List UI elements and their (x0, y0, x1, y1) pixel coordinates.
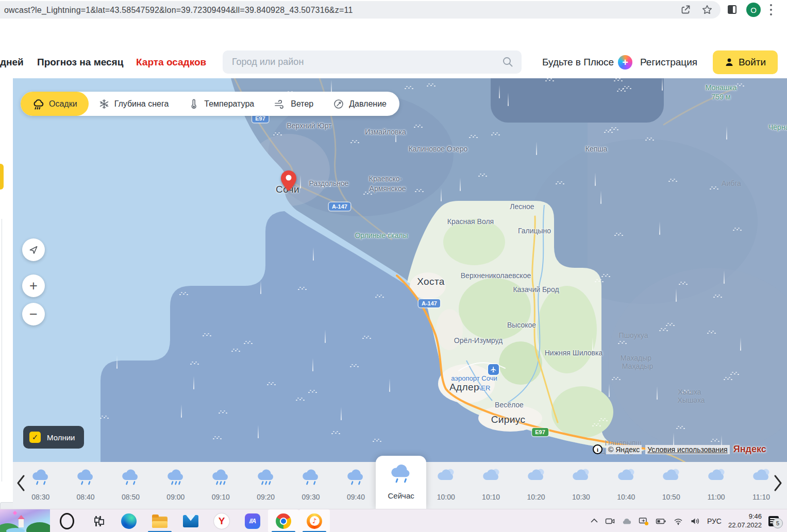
plus-promo-link[interactable]: Будьте в Плюсе (542, 57, 614, 68)
wind-icon (274, 98, 286, 110)
forecast-weather-icon (300, 466, 322, 487)
volume-icon[interactable] (690, 517, 700, 526)
timeline-item[interactable]: 09:20 (243, 462, 288, 509)
map-place-label: Орёл-Изумруд (454, 336, 503, 345)
forecast-weather-icon (75, 466, 96, 487)
notification-center-icon[interactable]: 5 (768, 516, 779, 526)
profile-avatar[interactable]: O (746, 3, 761, 17)
layer-temperature[interactable]: Температура (178, 92, 264, 116)
zoom-in-button[interactable]: + (22, 274, 45, 297)
forecast-weather-icon (30, 466, 52, 487)
location-pin-icon[interactable] (280, 170, 297, 192)
map-place-label: 759 м (712, 93, 731, 101)
timeline-prev-arrow[interactable] (16, 474, 26, 492)
wifi-icon[interactable] (673, 517, 683, 525)
airport-icon[interactable] (488, 364, 499, 375)
timeline-item[interactable]: 10:30 (559, 462, 604, 509)
layer-pressure[interactable]: Давление (323, 92, 396, 116)
thermometer-icon (188, 98, 199, 110)
taskbar-taskview-button[interactable] (82, 509, 113, 532)
widgets-weather-thumbnail[interactable] (0, 509, 50, 532)
timeline-time-label: 11:00 (708, 493, 725, 501)
city-search[interactable] (223, 50, 522, 74)
onedrive-cloud-icon[interactable] (622, 517, 632, 525)
language-indicator[interactable]: РУС (707, 517, 722, 525)
info-icon[interactable]: i (593, 444, 602, 454)
timeline-item[interactable]: 08:40 (63, 462, 108, 509)
layer-precipitation[interactable]: Осадки (21, 92, 89, 116)
nav-item-precip-map[interactable]: Карта осадков (136, 57, 206, 68)
terms-link[interactable]: Условия использования (645, 445, 729, 454)
bookmark-star-icon[interactable] (701, 4, 713, 16)
checkbox-checked-icon[interactable]: ✓ (29, 432, 41, 443)
taskbar-mail-button[interactable] (175, 509, 206, 532)
taskbar-music-button[interactable]: ♪ (299, 509, 330, 532)
zoom-out-button[interactable]: − (22, 303, 45, 325)
geolocation-button[interactable] (22, 238, 45, 261)
nav-item-days[interactable]: дней (0, 57, 24, 68)
yandex-logo[interactable]: Яндекс (733, 444, 766, 455)
timeline-item[interactable]: 10:00 (424, 462, 468, 509)
lightning-toggle[interactable]: ✓ Молнии (23, 426, 84, 449)
timeline-item[interactable]: 10:50 (648, 462, 693, 509)
timeline-item[interactable]: 08:50 (108, 462, 153, 509)
address-bar[interactable]: owcast?le_Lightning=1&lat=43.58547592&lo… (0, 1, 721, 19)
map-place-label: Измайловка (365, 128, 406, 136)
map-place-label: Галицыно (518, 227, 551, 235)
timeline-time-label: 10:30 (572, 493, 590, 501)
browser-menu-icon[interactable] (770, 4, 772, 15)
timeline-time-label: 11:10 (752, 493, 770, 501)
side-panel-icon[interactable] (728, 5, 736, 14)
road-number-badge: А-147 (418, 299, 440, 307)
timeline-item[interactable]: 10:40 (604, 462, 648, 509)
taskbar-explorer-button[interactable] (144, 509, 175, 532)
layer-snow-depth[interactable]: Глубина снега (89, 92, 179, 116)
meet-now-camera-icon[interactable] (605, 517, 615, 526)
road-number-badge: А-147 (329, 202, 350, 211)
timeline-item[interactable]: 09:00 (153, 462, 198, 509)
search-input[interactable] (223, 50, 522, 74)
timeline-time-label: 09:10 (212, 493, 230, 501)
map-place-label: Лесное (510, 202, 534, 211)
timeline-time-label: 10:20 (527, 493, 545, 501)
timeline-item[interactable]: 10:20 (513, 462, 558, 509)
timeline-next-arrow[interactable] (773, 474, 783, 492)
timeline-item[interactable]: 09:40 (333, 462, 378, 509)
map-place-label: Кепша (585, 145, 608, 153)
timeline-time-label: 10:10 (482, 493, 500, 501)
layer-wind[interactable]: Ветер (264, 92, 323, 116)
taskbar-alice-button[interactable]: //A (237, 509, 268, 532)
cast-screen-icon[interactable] (639, 517, 649, 526)
map-place-label: Красная Воля (447, 217, 494, 226)
nav-item-month[interactable]: Прогноз на месяц (37, 57, 123, 68)
map-place-label: Чёрная (768, 123, 787, 131)
battery-icon[interactable] (656, 517, 666, 526)
url-text[interactable]: owcast?le_Lightning=1&lat=43.58547592&lo… (4, 6, 353, 15)
mail-icon (183, 515, 198, 527)
timeline-item[interactable]: 09:30 (288, 462, 333, 509)
forecast-weather-icon (480, 466, 502, 487)
register-link[interactable]: Регистрация (640, 57, 697, 68)
timeline-item[interactable]: 09:10 (198, 462, 243, 509)
tray-chevron-up-icon[interactable] (590, 518, 598, 525)
timeline-item[interactable]: Сейчас (376, 456, 426, 509)
timeline-time-label: 09:40 (347, 493, 365, 501)
timeline-item[interactable]: 11:00 (694, 462, 739, 509)
taskbar-yandex-browser-button[interactable]: Y (206, 509, 237, 532)
map-place-label: Махадыр (621, 354, 651, 362)
search-icon[interactable] (502, 56, 513, 67)
yandex-plus-icon[interactable]: + (618, 55, 632, 70)
forecast-weather-icon (345, 466, 366, 487)
taskbar-opera-button[interactable] (52, 509, 82, 532)
login-button[interactable]: Войти (713, 50, 778, 74)
system-tray: РУС 9:46 22.07.2022 5 (590, 509, 783, 532)
timeline-item[interactable]: 10:10 (468, 462, 513, 509)
taskbar-clock[interactable]: 9:46 22.07.2022 (728, 512, 762, 530)
map-place-label: Калиновое Озеро (409, 145, 468, 153)
map-place-label: Сириус (491, 414, 526, 425)
share-icon[interactable] (679, 4, 692, 16)
taskbar-edge-button[interactable] (113, 509, 144, 532)
forecast-weather-icon (660, 466, 682, 487)
pressure-gauge-icon (333, 98, 344, 110)
taskbar-chrome-button[interactable] (268, 509, 299, 532)
